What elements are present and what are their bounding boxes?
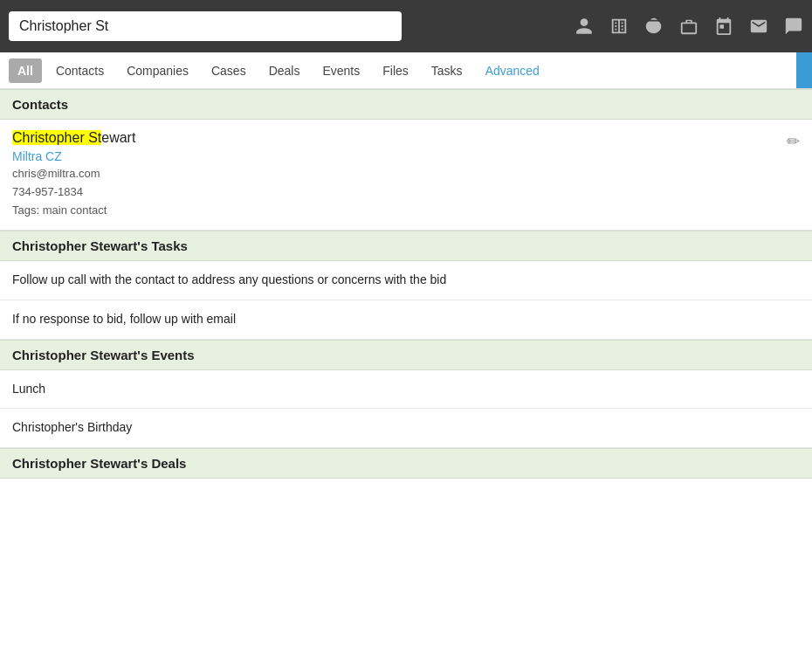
tasks-section-header: Christopher Stewart's Tasks: [0, 231, 812, 261]
tab-all[interactable]: All: [9, 59, 42, 83]
events-section-header: Christopher Stewart's Events: [0, 340, 812, 370]
briefcase-icon[interactable]: [679, 17, 698, 36]
contact-name-highlight: Christopher St: [12, 130, 101, 145]
search-results: Contacts Christopher Stewart Miltra CZ c…: [0, 89, 812, 655]
contact-name: Christopher Stewart: [12, 130, 800, 146]
tab-advanced[interactable]: Advanced: [477, 59, 548, 83]
event-item-2[interactable]: Christopher's Birthday: [0, 409, 812, 448]
tab-cases[interactable]: Cases: [203, 59, 255, 83]
task-item-2[interactable]: If no response to bid, follow up with em…: [0, 300, 812, 340]
chat-icon[interactable]: [784, 17, 803, 36]
contacts-section-header: Contacts: [0, 89, 812, 120]
top-bar: [0, 0, 812, 52]
edit-contact-icon[interactable]: ✏: [787, 132, 800, 151]
contact-company[interactable]: Miltra CZ: [12, 149, 800, 163]
tab-contacts[interactable]: Contacts: [47, 59, 113, 83]
building-icon[interactable]: [609, 17, 629, 36]
search-input[interactable]: [9, 11, 402, 41]
event-item-1[interactable]: Lunch: [0, 370, 812, 410]
contact-card-christopher-stewart[interactable]: Christopher Stewart Miltra CZ chris@milt…: [0, 120, 812, 231]
calendar-icon[interactable]: [714, 17, 733, 36]
filter-bar: All Contacts Companies Cases Deals Event…: [0, 52, 812, 89]
contact-email: chris@miltra.com: [12, 165, 800, 183]
tab-tasks[interactable]: Tasks: [423, 59, 471, 83]
top-icons: [575, 17, 803, 36]
contact-tags: Tags: main contact: [12, 202, 800, 220]
tab-files[interactable]: Files: [374, 59, 417, 83]
filter-bar-accent: [796, 52, 812, 88]
deals-section-header: Christopher Stewart's Deals: [0, 448, 812, 479]
tab-deals[interactable]: Deals: [260, 59, 309, 83]
deals-empty: [0, 479, 812, 500]
tab-events[interactable]: Events: [313, 59, 368, 83]
tab-companies[interactable]: Companies: [118, 59, 197, 83]
mail-icon[interactable]: [749, 17, 768, 36]
task-item-1[interactable]: Follow up call with the contact to addre…: [0, 261, 812, 300]
contact-phone: 734-957-1834: [12, 183, 800, 202]
contact-name-rest: ewart: [101, 130, 135, 145]
person-icon[interactable]: [575, 17, 594, 36]
money-bag-icon[interactable]: [644, 17, 664, 36]
